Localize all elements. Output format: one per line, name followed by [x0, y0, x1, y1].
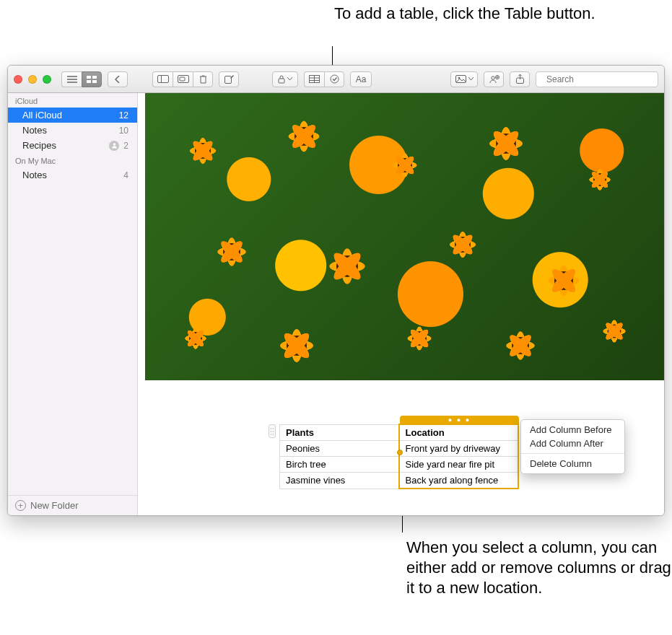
table-cell[interactable]: Birch tree: [280, 457, 399, 473]
window-controls: [14, 75, 51, 84]
share-icon: [516, 74, 524, 84]
table-cell[interactable]: Front yard by driveway: [399, 441, 518, 457]
share-button[interactable]: [510, 71, 530, 87]
new-note-button[interactable]: [219, 71, 239, 87]
table-column-resize-handle[interactable]: [397, 450, 403, 455]
collaborate-button[interactable]: [484, 71, 504, 87]
gallery-view-button[interactable]: [82, 71, 102, 87]
menu-separator: [521, 453, 624, 454]
table-row: Jasmine vines Back yard along fence: [280, 473, 518, 489]
shared-folder-icon: [109, 141, 119, 151]
lock-icon: [278, 75, 285, 84]
sidebar-item-count: 4: [123, 170, 128, 180]
sidebar-item-count: 10: [119, 126, 128, 136]
svg-point-22: [113, 143, 116, 146]
svg-rect-8: [224, 76, 231, 83]
sidebar-item-label: Notes: [22, 170, 47, 180]
table-header-cell[interactable]: Plants: [280, 424, 399, 441]
svg-point-24: [273, 428, 274, 429]
svg-rect-1: [92, 76, 97, 79]
lock-button[interactable]: [272, 71, 298, 87]
sidebar-item-recipes[interactable]: Recipes 2: [8, 138, 137, 153]
svg-rect-3: [92, 80, 97, 83]
grid-icon: [87, 76, 97, 83]
note-editor[interactable]: ● ● ● Plants Location Peonies Front yard…: [138, 93, 664, 515]
insert-segment: [304, 71, 344, 87]
sidebar-item-label: Notes: [22, 125, 47, 136]
plus-circle-icon: +: [15, 500, 26, 511]
chevron-down-icon: [287, 77, 292, 81]
close-window-button[interactable]: [14, 75, 22, 84]
search-input[interactable]: [545, 74, 656, 85]
attachments-icon: [178, 75, 189, 83]
svg-rect-7: [180, 77, 185, 81]
table-cell[interactable]: Peonies: [280, 441, 399, 457]
new-folder-button[interactable]: + New Folder: [8, 495, 137, 515]
table-cell[interactable]: Jasmine vines: [280, 473, 399, 489]
media-button[interactable]: [450, 71, 478, 87]
format-button[interactable]: Aa: [350, 71, 372, 87]
drag-dots-icon: ● ● ●: [448, 416, 471, 424]
sidebar-item-label: Recipes: [22, 140, 56, 151]
sidebar-item-label: All iCloud: [22, 110, 62, 121]
compose-icon: [224, 75, 234, 84]
sidebar: iCloud All iCloud 12 Notes 10 Recipes 2 …: [8, 93, 138, 515]
sidebar-item-all-icloud[interactable]: All iCloud 12: [8, 108, 137, 123]
callout-leader-line: [332, 46, 333, 66]
table-cell[interactable]: Side yard near fire pit: [399, 457, 518, 473]
attachments-button[interactable]: [173, 71, 193, 87]
format-icon: Aa: [356, 74, 367, 84]
table-header-cell[interactable]: Location: [399, 424, 518, 441]
search-field[interactable]: [536, 71, 658, 87]
menu-item-delete-column[interactable]: Delete Column: [521, 457, 624, 470]
table-row-handle[interactable]: [269, 424, 276, 438]
svg-point-14: [331, 75, 339, 83]
sidebar-icon: [157, 75, 169, 83]
back-button[interactable]: [108, 71, 128, 87]
svg-point-26: [273, 431, 274, 432]
checklist-icon: [330, 74, 339, 84]
menu-item-add-column-after[interactable]: Add Column After: [521, 437, 624, 450]
sidebar-item-count: 12: [119, 110, 128, 121]
view-mode-segment: [61, 71, 102, 87]
sidebar-section-heading: On My Mac: [8, 153, 137, 167]
svg-point-27: [271, 434, 272, 435]
list-view-button[interactable]: [61, 71, 82, 87]
toggle-sidebar-button[interactable]: [152, 71, 173, 87]
svg-point-23: [271, 428, 272, 429]
table-row: Birch tree Side yard near fire pit: [280, 457, 518, 473]
sidebar-item-notes-local[interactable]: Notes 4: [8, 167, 137, 183]
toolbar: Aa: [8, 66, 664, 93]
note-attached-image[interactable]: [145, 93, 664, 380]
column-context-menu: Add Column Before Add Column After Delet…: [520, 419, 625, 474]
table-cell[interactable]: Back yard along fence: [399, 473, 518, 489]
svg-rect-0: [87, 76, 91, 79]
sidebar-item-notes-icloud[interactable]: Notes 10: [8, 123, 137, 138]
trash-icon: [199, 75, 207, 84]
note-actions-segment: [152, 71, 213, 87]
menu-item-add-column-before[interactable]: Add Column Before: [521, 423, 624, 437]
svg-rect-2: [87, 80, 91, 83]
callout-table-button: To add a table, click the Table button.: [334, 4, 595, 24]
note-table[interactable]: ● ● ● Plants Location Peonies Front yard…: [279, 424, 519, 489]
table-button[interactable]: [304, 71, 324, 87]
table-icon: [309, 75, 320, 83]
chevron-down-icon: [468, 77, 474, 81]
minimize-window-button[interactable]: [28, 75, 37, 84]
table-column-handle[interactable]: ● ● ●: [400, 416, 519, 424]
add-people-icon: [489, 75, 499, 84]
svg-point-25: [271, 431, 272, 432]
list-icon: [67, 76, 77, 83]
callout-column-select: When you select a column, you can either…: [406, 538, 672, 598]
svg-rect-4: [157, 76, 168, 83]
table-header-row: Plants Location: [280, 424, 518, 441]
checklist-button[interactable]: [324, 71, 344, 87]
sidebar-section-heading: iCloud: [8, 93, 137, 108]
chevron-left-icon: [115, 76, 121, 83]
svg-point-28: [273, 434, 274, 435]
delete-note-button[interactable]: [193, 71, 213, 87]
svg-point-17: [491, 76, 494, 79]
svg-rect-9: [279, 79, 284, 83]
sidebar-item-count: 2: [123, 141, 128, 151]
zoom-window-button[interactable]: [43, 75, 51, 84]
